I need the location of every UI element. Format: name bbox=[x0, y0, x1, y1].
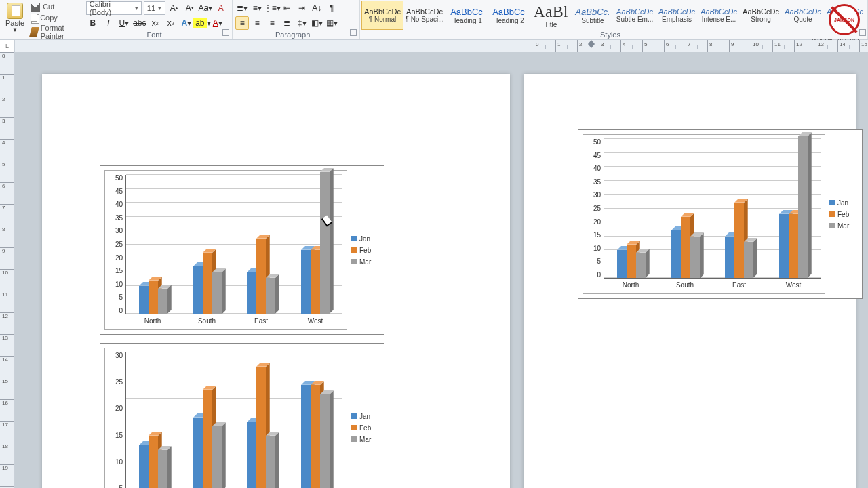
align-left-button[interactable]: ≡ bbox=[235, 16, 249, 30]
inc-indent-button[interactable]: ⇥ bbox=[295, 1, 309, 15]
style-item[interactable]: AaBbCcDcEmphasis bbox=[656, 1, 698, 30]
chart-3[interactable]: 50454035302520151050NorthSouthEastWestJa… bbox=[578, 129, 863, 299]
style-item[interactable]: AaBbCcHeading 2 bbox=[488, 1, 530, 30]
horizontal-ruler[interactable]: 012345678910111213141516 bbox=[15, 40, 868, 52]
show-marks-button[interactable]: ¶ bbox=[325, 1, 338, 15]
change-case-button[interactable]: Aa▾ bbox=[199, 1, 212, 15]
format-painter-button[interactable]: Format Painter bbox=[28, 23, 80, 41]
line-spacing-button[interactable]: ‡▾ bbox=[295, 16, 309, 30]
bold-button[interactable]: B bbox=[86, 16, 100, 30]
page-1: 50454035302520151050NorthSouthEastWestJa… bbox=[42, 74, 510, 488]
dialog-launcher-paragraph[interactable] bbox=[350, 29, 357, 36]
copy-button[interactable]: Copy bbox=[28, 13, 80, 22]
style-item[interactable]: AaBbCcDcIntense E... bbox=[698, 1, 740, 30]
jargon-badge-icon: JARGON bbox=[829, 4, 860, 35]
superscript-button[interactable]: x2 bbox=[164, 16, 178, 30]
group-font: Calibri (Body)▾ 11▾ A▴ A▾ Aa▾ A B I U▾ a… bbox=[83, 0, 233, 39]
subscript-button[interactable]: x2 bbox=[149, 16, 162, 30]
group-label-styles: Styles bbox=[361, 30, 859, 39]
style-item[interactable]: AaBbCcDcStrong bbox=[740, 1, 782, 30]
ribbon: Paste ▼ Cut Copy Format Painter Clipboar… bbox=[0, 0, 868, 40]
style-item[interactable]: AaBbCcDcQuote bbox=[782, 1, 824, 30]
underline-button[interactable]: U▾ bbox=[117, 16, 131, 30]
justify-button[interactable]: ≣ bbox=[280, 16, 294, 30]
copy-icon bbox=[31, 14, 37, 22]
paste-button[interactable]: Paste bbox=[5, 19, 24, 27]
bullets-button[interactable]: ≣▾ bbox=[235, 1, 249, 15]
shading-button[interactable]: ◧▾ bbox=[310, 16, 323, 30]
grow-font-button[interactable]: A▴ bbox=[167, 1, 181, 15]
chart-2[interactable]: 30252015105NorthSouthEastWestJanFebMar bbox=[100, 343, 384, 488]
ruler-row: L 012345678910111213141516 bbox=[0, 40, 868, 52]
numbering-button[interactable]: ≡▾ bbox=[250, 1, 264, 15]
group-label-paragraph: Paragraph bbox=[235, 30, 350, 39]
style-item[interactable]: AaBbCcDcSubtle Em... bbox=[614, 1, 656, 30]
document-area: 50454035302520151050NorthSouthEastWestJa… bbox=[15, 52, 868, 488]
workspace: 01234567891011121314151617181920212223 5… bbox=[0, 52, 868, 488]
dec-indent-button[interactable]: ⇤ bbox=[280, 1, 294, 15]
strike-button[interactable]: abc bbox=[133, 16, 146, 30]
group-styles: AaBbCcDc¶ NormalAaBbCcDc¶ No Spaci...AaB… bbox=[360, 0, 868, 39]
group-clipboard: Paste ▼ Cut Copy Format Painter Clipboar… bbox=[0, 0, 83, 39]
style-item[interactable]: AaBbCc.Subtitle bbox=[572, 1, 614, 30]
align-center-button[interactable]: ≡ bbox=[250, 16, 264, 30]
vertical-ruler[interactable]: 01234567891011121314151617181920212223 bbox=[0, 52, 15, 488]
mouse-cursor-icon bbox=[323, 216, 333, 230]
style-item[interactable]: AaBbCcHeading 1 bbox=[446, 1, 488, 30]
sort-button[interactable]: A↓ bbox=[310, 1, 323, 15]
multilevel-button[interactable]: ⋮≡▾ bbox=[265, 1, 279, 15]
style-item[interactable]: AaBlTitle bbox=[530, 1, 572, 30]
borders-button[interactable]: ▦▾ bbox=[325, 16, 338, 30]
font-name-combo[interactable]: Calibri (Body)▾ bbox=[86, 1, 142, 15]
chart-1[interactable]: 50454035302520151050NorthSouthEastWestJa… bbox=[100, 165, 384, 335]
align-right-button[interactable]: ≡ bbox=[265, 16, 279, 30]
font-color-button[interactable]: A▾ bbox=[211, 16, 224, 30]
highlight-button[interactable]: ab▾ bbox=[195, 16, 209, 30]
text-effects-button[interactable]: A▾ bbox=[180, 16, 193, 30]
style-item[interactable]: AaBbCcDc¶ No Spaci... bbox=[403, 1, 446, 30]
font-size-combo[interactable]: 11▾ bbox=[144, 1, 165, 15]
clear-format-button[interactable]: A bbox=[214, 1, 228, 15]
brush-icon bbox=[29, 27, 39, 37]
cut-button[interactable]: Cut bbox=[28, 1, 80, 12]
cut-icon bbox=[31, 2, 40, 12]
page-2: 50454035302520151050NorthSouthEastWestJa… bbox=[524, 74, 856, 488]
dialog-launcher-styles[interactable] bbox=[859, 29, 866, 36]
indent-marker-icon[interactable] bbox=[588, 40, 595, 47]
style-item[interactable]: AaBbCcDc¶ Normal bbox=[361, 1, 403, 30]
group-paragraph: ≣▾ ≡▾ ⋮≡▾ ⇤ ⇥ A↓ ¶ ≡ ≡ ≡ ≣ ‡▾ ◧▾ ▦▾ bbox=[233, 0, 360, 39]
group-label-font: Font bbox=[86, 30, 222, 39]
shrink-font-button[interactable]: A▾ bbox=[183, 1, 197, 15]
italic-button[interactable]: I bbox=[102, 16, 115, 30]
dialog-launcher-font[interactable] bbox=[222, 29, 229, 36]
paste-icon bbox=[7, 3, 23, 19]
